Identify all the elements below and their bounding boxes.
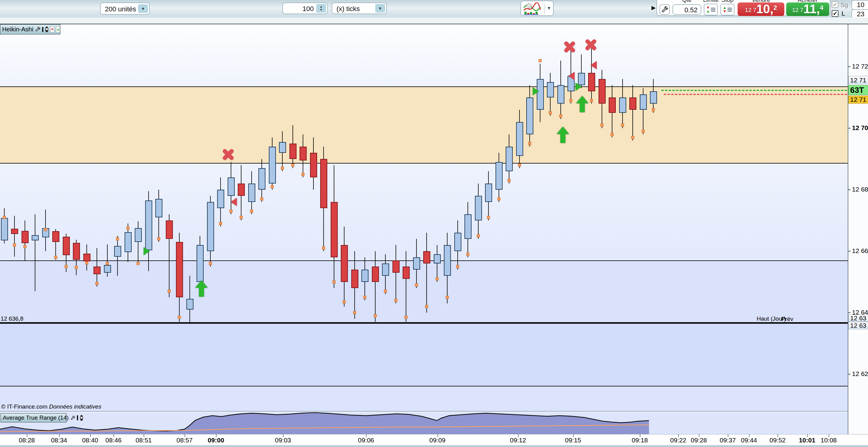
price-axis-box: 63T (848, 85, 868, 95)
candle-body (372, 266, 379, 282)
time-tick-label: 08:57 (167, 437, 202, 444)
quantity-input[interactable]: 0.52 (672, 4, 701, 15)
copyright-text: © IT-Finance.com Données indicatives (1, 403, 101, 410)
chart-type-button[interactable]: ▼ (521, 1, 554, 16)
top-toolbar: 200 unités ▼ 100 ▲ ▼ (x) ticks ▼ ▼ (0, 0, 868, 18)
indicator-dot (446, 296, 449, 299)
close-icon[interactable]: ✖ (45, 26, 48, 32)
copyright-brand: © IT-Finance.com (1, 403, 48, 410)
indicator-dot (487, 216, 490, 219)
indicator-dot (404, 316, 407, 319)
indicator-dot (549, 111, 552, 115)
candle-body (238, 184, 245, 196)
atr-title-tab[interactable]: Average True Range (14) ✖ (1, 413, 66, 422)
buy-price-prefix: 12 7 (792, 5, 803, 15)
price-axis-box: 12 71 (848, 96, 868, 104)
candle-body (640, 94, 647, 110)
chart-settings-button[interactable] (35, 27, 40, 32)
indicator-dot (209, 262, 212, 265)
candle-body (619, 97, 626, 113)
chevron-down-icon[interactable]: ▼ (547, 5, 551, 10)
bottom-scroll-bar[interactable] (0, 445, 868, 447)
candle-body (423, 251, 430, 263)
indicator-dot (250, 210, 253, 213)
l-checkbox[interactable]: ✔ (832, 10, 838, 17)
candle-body (506, 147, 513, 171)
tick-count-stepper[interactable]: ▲ ▼ (316, 4, 326, 12)
indicator-dot (260, 197, 263, 200)
candle-body (258, 168, 266, 190)
indicator-dot (65, 265, 68, 268)
candle-body (496, 162, 503, 190)
candle-body (289, 143, 297, 159)
candle-body (279, 142, 286, 153)
units-select[interactable]: 200 unités ▼ (100, 2, 150, 15)
candle-body (331, 202, 338, 257)
divider (545, 4, 545, 14)
horizontal-level-line (0, 322, 848, 324)
l-label: L (841, 10, 845, 17)
candle-body (155, 199, 162, 217)
sell-price-decimal: 2 (773, 1, 777, 15)
candle-body (362, 269, 369, 282)
candle-body (320, 159, 327, 208)
export-down-icon[interactable]: ▼ (50, 26, 54, 33)
exit-cross-marker (563, 40, 577, 54)
sg-value-input[interactable]: 10 (851, 0, 868, 10)
time-tick-label: 09:12 (501, 437, 535, 444)
indicator-dot (333, 280, 336, 283)
indicator-dot (116, 237, 119, 241)
price-tick-label: 12 72 (852, 63, 868, 70)
chevron-down-icon[interactable]: ▼ (375, 4, 385, 12)
candle-body (145, 200, 152, 250)
price-zone (0, 86, 848, 163)
spin-down-icon[interactable]: ▼ (319, 8, 323, 11)
detach-window-icon[interactable] (42, 27, 43, 32)
collapse-panel-icon[interactable]: ▶ (651, 4, 656, 11)
time-tick-label: 08:28 (10, 437, 44, 444)
candle-body (73, 243, 80, 260)
tick-unit-value: (x) ticks (337, 5, 360, 13)
price-axis-box: 12 63 (848, 315, 868, 322)
order-settings-button[interactable] (659, 4, 670, 15)
indicator-dot (569, 99, 572, 102)
indicator-dot (178, 316, 181, 319)
buy-arrow-marker (195, 280, 208, 297)
indicator-dot (425, 305, 428, 308)
chart-title-tab[interactable]: Heikin-Ashi ✖ ▼ ▲ (0, 24, 60, 34)
chevron-down-icon[interactable]: ▼ (138, 4, 148, 13)
stop-order-button[interactable]: ▲▼ (720, 4, 735, 15)
candle-body (516, 122, 523, 156)
order-list-icon (711, 8, 715, 12)
candle-body (1, 218, 8, 241)
buy-button[interactable]: 12 7 11, 4 (786, 2, 829, 16)
indicator-dot (642, 130, 645, 133)
atr-settings-button[interactable] (70, 416, 75, 420)
trading-platform-window: 200 unités ▼ 100 ▲ ▼ (x) ticks ▼ ▼ (0, 0, 868, 447)
indicator-dot (157, 237, 160, 241)
candle-body (227, 178, 235, 196)
sg-checkbox[interactable]: ✔ (832, 1, 838, 8)
candle-body (351, 269, 358, 288)
limit-order-button[interactable]: ▼▲ (704, 4, 718, 15)
sell-button[interactable]: 12 7 10, 2 (738, 2, 784, 16)
candle-wick (437, 245, 437, 282)
candle-body (403, 266, 410, 279)
quantity-value: 0.52 (684, 6, 698, 14)
indicator-dot (44, 228, 47, 231)
horizontal-level-line (0, 163, 848, 164)
horizontal-level-line (0, 386, 848, 386)
tick-count-input[interactable]: 100 ▲ ▼ (282, 2, 328, 14)
candle-wick (426, 233, 427, 313)
candle-body (547, 82, 554, 97)
close-icon[interactable]: ✖ (80, 415, 83, 421)
export-up-icon[interactable]: ▲ (56, 26, 60, 33)
detach-window-icon[interactable] (77, 415, 78, 420)
candle-body (526, 97, 533, 134)
tick-unit-select[interactable]: (x) ticks ▼ (332, 2, 387, 14)
indicator-dot (394, 299, 397, 302)
indicator-dot (559, 115, 562, 118)
qty-label: Qté (682, 0, 692, 3)
exit-cross-marker (584, 38, 598, 51)
indicator-dot (302, 173, 305, 176)
